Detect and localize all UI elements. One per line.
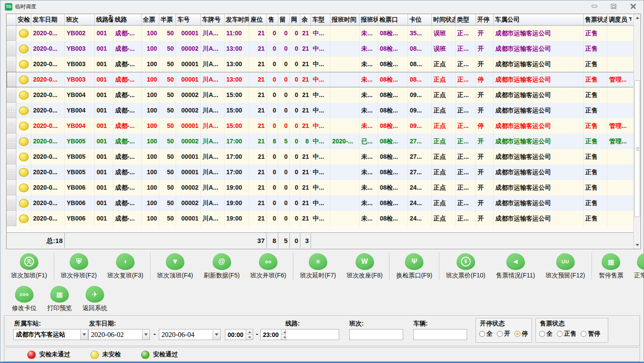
table-row[interactable]: 172020-0...YB006001成都-...1005000002川A...… — [7, 195, 634, 211]
radio-开[interactable]: 开 — [497, 330, 510, 338]
toolbar-button-spiral[interactable]: @刷新数据(F5) — [198, 251, 245, 282]
cell-timestatus: 正点 — [432, 56, 456, 72]
scroll-down-button[interactable] — [634, 241, 640, 249]
column-header-vtype[interactable]: 车型 — [311, 14, 330, 26]
cell-full: 100 — [142, 26, 159, 41]
table-row[interactable]: 162020-0...YB006001成都-...1005000002川A...… — [7, 180, 634, 195]
table-row[interactable]: 122020-0...YB004001成都-...1005000001川A...… — [7, 118, 634, 134]
table-row[interactable]: 82020-0...YB003001成都-...1005000001川A...1… — [7, 56, 634, 72]
column-header-sold[interactable]: 售 — [267, 14, 278, 26]
line-search-field[interactable] — [285, 329, 339, 340]
scroll-up-button[interactable] — [634, 14, 640, 22]
toolbar-button-megaphone[interactable]: ◄售票情况(F11) — [491, 251, 540, 282]
radio-停[interactable]: 停 — [514, 330, 528, 338]
toolbar-button-w[interactable]: W班次改座(F8) — [341, 251, 388, 282]
time-from-spin-buttons[interactable] — [246, 329, 253, 340]
radio-暂停[interactable]: 暂停 — [580, 330, 600, 338]
scrollbar-thumb[interactable] — [634, 80, 640, 217]
date-to-dropdown-button[interactable] — [213, 329, 220, 340]
toolbar-button-yuan-circle[interactable]: 元班次加班(F1) — [6, 251, 52, 282]
table-row[interactable]: 142020-0...YB005001成都-...1005000001川A...… — [7, 149, 634, 165]
toolbar-button-double-u[interactable]: UU班次预留(F12) — [540, 251, 590, 282]
minimize-button[interactable] — [588, 2, 600, 10]
table-row[interactable]: 92020-0...YB003001成都-...1005000001川A...1… — [7, 72, 634, 87]
column-header-date[interactable]: 发车日期 — [31, 14, 65, 26]
toolbar-button-melon[interactable]: ◖正常售票 — [629, 251, 644, 282]
radio-icon[interactable] — [497, 331, 503, 337]
column-header-banci[interactable]: 班次 — [65, 14, 95, 26]
radio-icon[interactable] — [479, 331, 485, 337]
column-header-reportstatus[interactable]: 报班状态 — [359, 14, 378, 26]
table-row[interactable]: 132020-0...YB005001成都-...1005000002川A...… — [7, 134, 634, 149]
toolbar-button-wheat[interactable]: Ψ换检票口(F9) — [391, 251, 438, 282]
date-to-picker[interactable]: 2020-06-04 — [159, 329, 221, 340]
cell-full: 100 — [142, 149, 159, 165]
date-from-picker[interactable]: 2020-06-02 — [88, 329, 150, 340]
column-header-keep[interactable]: 留 — [278, 14, 290, 26]
vertical-scrollbar[interactable] — [633, 14, 640, 249]
table-row[interactable]: 62020-0...YB002001成都-...1005000001川A...1… — [7, 26, 634, 41]
time-to-spinner[interactable]: 23:00 — [260, 329, 288, 340]
cell-plate: 川A... — [201, 41, 225, 56]
toolbar-button-melon[interactable]: ◖班次复班(F3) — [102, 251, 149, 282]
header-filter-funnel-icon[interactable] — [629, 17, 633, 21]
column-header-gate[interactable]: 检票口 — [378, 14, 408, 26]
station-dropdown[interactable]: 成都市汽车客运站 — [13, 329, 88, 340]
table-row[interactable]: 72020-0...YB003001成都-...1005000002川A...1… — [7, 41, 634, 56]
column-header-net[interactable]: 网 — [290, 14, 300, 26]
radio-正售[interactable]: 正售 — [557, 330, 577, 338]
toolbar-button-airplane[interactable]: ✈返回系统 — [77, 284, 112, 314]
radio-icon[interactable] — [557, 331, 563, 337]
maximize-button[interactable] — [607, 2, 620, 10]
spin-up-icon[interactable] — [246, 329, 253, 335]
column-header-line[interactable]: 线路 — [113, 14, 142, 26]
column-header-slot[interactable]: 卡位 — [408, 14, 432, 26]
column-header-anjian[interactable]: 安检 — [16, 14, 31, 26]
column-header-busno[interactable]: 车号 — [176, 14, 201, 26]
toolbar-button-zoo-giraffe[interactable]: zoo修改卡位 — [7, 284, 42, 314]
toolbar-button-tie[interactable]: ▼班次顶班(F4) — [152, 251, 198, 282]
toolbar-button-typewriter[interactable]: ▦打印预览 — [42, 284, 77, 314]
radio-icon[interactable] — [580, 331, 587, 337]
toolbar-button-yen-circle[interactable]: ¥班次票价(F10) — [441, 251, 490, 282]
radio-selected-icon[interactable] — [514, 331, 520, 337]
column-header-remain[interactable]: 余 — [300, 14, 311, 26]
time-from-spinner[interactable]: 00:00 — [225, 329, 253, 340]
table-row[interactable]: 102020-0...YB004001成都-...1005000002川A...… — [7, 87, 634, 103]
column-header-timestatus[interactable]: 时间状态 — [432, 14, 456, 26]
radio-全[interactable]: 全 — [479, 330, 493, 338]
column-header-full[interactable]: 全票 — [142, 14, 159, 26]
toolbar-button-double-o[interactable]: oo班次并班(F6) — [245, 251, 292, 282]
date-from-dropdown-button[interactable] — [142, 329, 150, 340]
cell-salestatus: 正售 — [584, 211, 607, 226]
toolbar-button-label: 班次并班(F6) — [250, 272, 286, 280]
radio-全[interactable]: 全 — [539, 330, 553, 338]
cell-salestatus: 正售 — [584, 180, 607, 195]
cell-full: 100 — [142, 180, 159, 195]
close-button[interactable] — [627, 2, 639, 10]
radio-icon[interactable] — [539, 331, 545, 337]
column-header-half[interactable]: 半票 — [159, 14, 176, 26]
station-dropdown-button[interactable] — [80, 329, 88, 340]
column-header-company[interactable]: 车属公司 — [494, 14, 584, 26]
column-filter-funnel-icon[interactable] — [109, 15, 112, 19]
column-header-reporttime[interactable]: 报班时间 — [330, 14, 359, 26]
toolbar-button-typewriter[interactable]: ▦暂停售票 — [593, 251, 629, 282]
column-header-dep[interactable]: 发车时间 — [225, 14, 249, 26]
cell-openstop: 停 — [476, 72, 494, 87]
column-header-num[interactable] — [7, 14, 16, 26]
column-header-salestatus[interactable]: 售票状态 — [584, 14, 607, 26]
toolbar-button-atom[interactable]: ✳班次延时(F7) — [295, 251, 341, 282]
column-header-lineno[interactable]: 线路编号 — [95, 14, 113, 26]
table-row[interactable]: 152020-0...YB005001成都-...1005000001川A...… — [7, 165, 634, 180]
table-row[interactable]: 182020-0...YB006001成都-...1005000001川A...… — [7, 211, 634, 226]
toolbar-button-shield[interactable]: ⛨班次停班(F2) — [56, 251, 102, 282]
column-header-seat[interactable]: 座位 — [249, 14, 267, 26]
table-row[interactable]: 112020-0...YB004001成都-...1005000002川A...… — [7, 103, 634, 118]
column-header-type[interactable]: 类型 — [456, 14, 476, 26]
vehicle-search-field[interactable] — [413, 329, 467, 340]
spin-down-icon[interactable] — [246, 335, 253, 340]
banci-search-field[interactable] — [349, 329, 403, 340]
column-header-openstop[interactable]: 开停 — [476, 14, 494, 26]
column-header-plate[interactable]: 车牌号 — [201, 14, 225, 26]
